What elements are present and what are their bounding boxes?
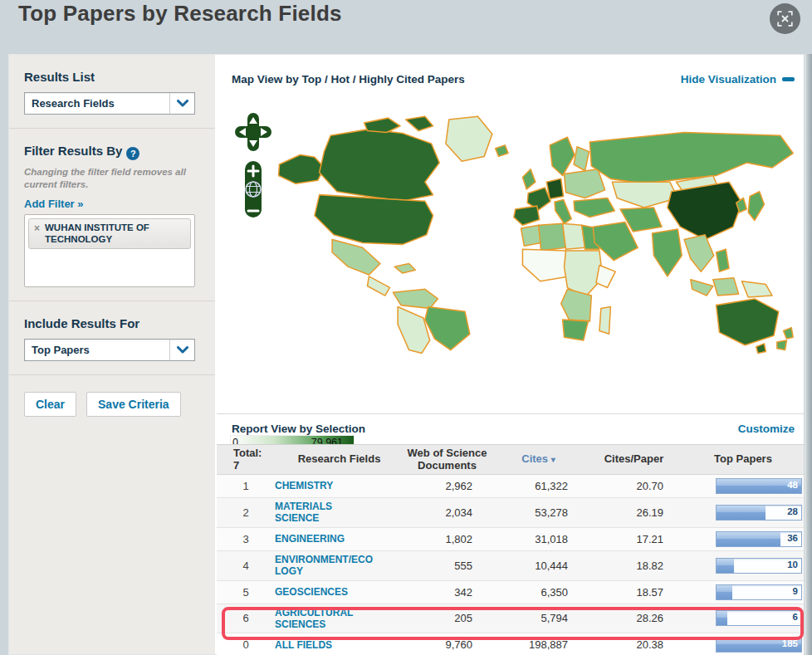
column-header-cites-per-paper[interactable]: Cites/Paper (586, 453, 682, 466)
country-new-zealand-north (784, 328, 794, 339)
country-se-asia (684, 235, 714, 271)
column-header-top-papers[interactable]: Top Papers (682, 453, 805, 466)
report-table: Total: 7 Research Fields Web of Science … (217, 444, 805, 655)
total-label: Total: (233, 447, 275, 460)
total-count-header: Total: 7 (217, 447, 275, 472)
content-area: Map View by Top / Hot / Highly Cited Pap… (217, 55, 805, 654)
top-papers-cell: 10 (682, 558, 805, 574)
table-row: 0ALL FIELDS9,760198,88720.38185 (217, 633, 805, 655)
sidebar: Results List Research Fields Filter Resu… (9, 55, 215, 654)
cites-value: 53,278 (491, 506, 586, 519)
cites-value: 10,444 (491, 560, 586, 572)
country-new-guinea (741, 281, 772, 297)
main-panel: Results List Research Fields Filter Resu… (8, 54, 804, 655)
top-papers-bar: 36 (716, 531, 802, 547)
results-list-section: Results List Research Fields (9, 55, 215, 129)
research-field-link[interactable]: ALL FIELDS (275, 639, 376, 651)
clear-button[interactable]: Clear (24, 392, 76, 417)
top-papers-cell: 36 (682, 531, 805, 547)
top-papers-bar: 6 (716, 610, 802, 626)
row-rank: 0 (217, 638, 275, 651)
top-papers-value: 28 (787, 506, 798, 516)
row-rank: 5 (217, 586, 275, 599)
row-rank: 1 (217, 480, 275, 492)
filter-note: Changing the filter field removes all cu… (24, 166, 200, 191)
filter-section: Filter Results By? Changing the filter f… (9, 129, 215, 301)
table-row: 3ENGINEERING1,80231,01817.2136 (217, 528, 805, 551)
top-papers-cell: 48 (682, 478, 805, 494)
cites-header-label: Cites (521, 452, 548, 465)
country-alaska (279, 154, 325, 183)
country-new-zealand-south (777, 340, 787, 350)
cites-value: 61,322 (491, 480, 586, 492)
report-view-title: Report View by Selection (232, 423, 365, 435)
country-turkey (574, 198, 614, 217)
save-criteria-button[interactable]: Save Criteria (86, 392, 181, 417)
world-map[interactable]: 0 79,961 (223, 105, 798, 379)
country-horn-africa (596, 265, 615, 287)
vertical-scrollbar[interactable] (804, 54, 812, 655)
top-papers-value: 36 (787, 533, 798, 543)
fullscreen-button[interactable] (770, 3, 800, 34)
bar-fill (717, 506, 766, 520)
top-papers-cell: 185 (682, 637, 805, 653)
zoom-control-icon (245, 161, 262, 218)
map-view-header: Map View by Top / Hot / Highly Cited Pap… (232, 73, 795, 86)
add-filter-link[interactable]: Add Filter » (24, 198, 84, 210)
country-borneo (713, 278, 739, 296)
research-field-link[interactable]: CHEMISTRY (275, 480, 376, 491)
filter-chip-label: WUHAN INSTITUTE OF TECHNOLOGY (45, 222, 185, 246)
row-rank: 4 (217, 560, 275, 572)
top-papers-bar: 28 (716, 505, 802, 521)
hide-visualization-link[interactable]: Hide Visualization (681, 73, 795, 86)
top-papers-bar: 9 (716, 584, 802, 600)
research-field-link[interactable]: ENVIRONMENT/ECOLOGY (275, 554, 376, 578)
country-uk (522, 169, 535, 189)
research-field-link[interactable]: AGRICULTURAL SCIENCES (275, 607, 376, 631)
customize-link[interactable]: Customize (738, 423, 795, 435)
cites-value: 5,794 (491, 612, 586, 624)
include-results-heading: Include Results For (24, 316, 200, 330)
country-spain (514, 206, 540, 225)
filter-chip[interactable]: × WUHAN INSTITUTE OF TECHNOLOGY (28, 218, 191, 250)
research-field-link[interactable]: ENGINEERING (275, 533, 376, 545)
results-list-dropdown[interactable]: Research Fields (24, 92, 195, 115)
research-field-link[interactable]: MATERIALS SCIENCE (275, 501, 376, 525)
top-papers-value: 6 (793, 612, 798, 622)
top-papers-value: 185 (782, 638, 798, 648)
research-field-link[interactable]: GEOSCIENCES (275, 586, 376, 598)
top-papers-value: 10 (787, 560, 798, 569)
chevron-down-icon (169, 340, 194, 360)
hide-visualization-label: Hide Visualization (681, 73, 776, 86)
sidebar-actions: Clear Save Criteria (9, 375, 215, 433)
country-scandinavia (550, 137, 575, 175)
country-southern-africa (561, 289, 592, 321)
top-papers-cell: 9 (682, 584, 805, 600)
wos-documents-value: 1,802 (404, 533, 491, 545)
results-list-heading: Results List (24, 70, 200, 84)
country-south-africa (563, 320, 589, 340)
include-results-dropdown[interactable]: Top Papers (24, 339, 195, 361)
pan-control-icon (235, 113, 271, 151)
column-header-wos-documents[interactable]: Web of Science Documents (404, 447, 491, 472)
wos-documents-value: 342 (404, 586, 491, 599)
column-header-cites-sorted[interactable]: Cites ▾ (491, 453, 586, 466)
table-row: 5GEOSCIENCES3426,35018.579 (217, 581, 805, 604)
collapse-icon (782, 77, 795, 81)
bar-fill (717, 611, 727, 625)
top-papers-bar: 10 (716, 558, 802, 574)
cites-value: 198,887 (491, 638, 586, 651)
column-header-research-fields[interactable]: Research Fields (275, 453, 404, 466)
country-sumatra (691, 280, 713, 296)
remove-filter-icon[interactable]: × (34, 222, 40, 234)
choropleth-map[interactable] (268, 106, 796, 355)
country-tasmania (756, 344, 766, 354)
filter-heading: Filter Results By? (24, 144, 200, 160)
bar-fill (717, 585, 732, 599)
map-pan-zoom-controls[interactable] (235, 113, 271, 221)
top-papers-cell: 6 (682, 610, 805, 626)
row-rank: 6 (217, 612, 275, 624)
include-results-value: Top Papers (25, 344, 169, 356)
cites-per-paper-value: 18.57 (586, 586, 682, 599)
help-icon[interactable]: ? (126, 147, 139, 160)
